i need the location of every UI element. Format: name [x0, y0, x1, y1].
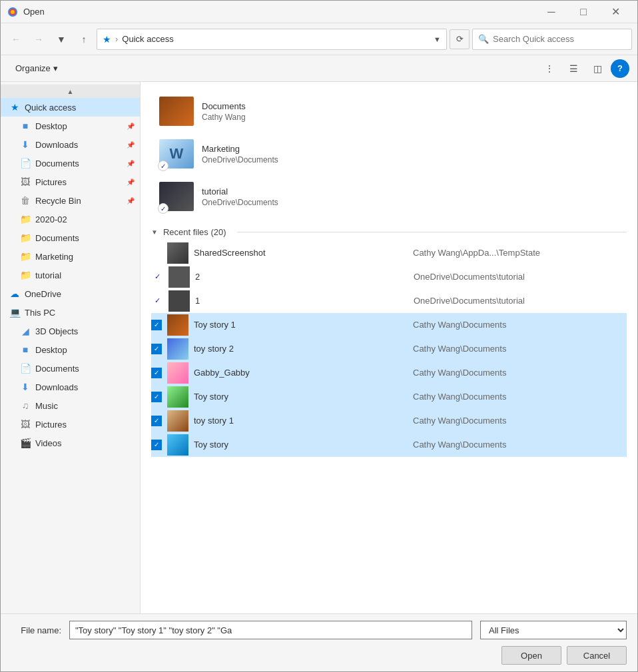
file-row-screenshot[interactable]: SharedScreenshot Cathy Wang\AppDa...\Tem… — [151, 241, 627, 265]
file-row-toy-story-2[interactable]: ✓ toy story 2 Cathy Wang\Documents — [151, 337, 627, 361]
pinned-path: OneDrive\Documents — [202, 155, 278, 165]
refresh-button[interactable]: ⟳ — [450, 29, 470, 49]
file-location: Cathy Wang\Documents — [413, 320, 627, 330]
up-button[interactable]: ↑ — [74, 29, 94, 49]
sidebar-item-label: Quick access — [25, 103, 135, 113]
view-pane-button[interactable]: ◫ — [587, 59, 608, 78]
sidebar-item-pictures[interactable]: 🖼 Pictures 📌 — [1, 172, 140, 191]
sidebar-item-documents[interactable]: 📄 Documents 📌 — [1, 154, 140, 172]
close-button[interactable]: ✕ — [600, 1, 631, 23]
file-row-2[interactable]: ✓ 2 OneDrive\Documents\tutorial — [151, 265, 627, 289]
videos-icon: 🎬 — [19, 437, 31, 449]
file-location: OneDrive\Documents\tutorial — [414, 296, 627, 306]
maximize-button[interactable]: □ — [568, 1, 599, 23]
file-name: Toy story 1 — [194, 320, 408, 330]
action-row: Open Cancel — [11, 646, 627, 665]
pinned-item-tutorial[interactable]: ✓ tutorial OneDrive\Documents — [151, 175, 627, 218]
pin-icon: 📌 — [127, 178, 135, 186]
dropdown-button[interactable]: ▼ — [51, 29, 71, 49]
title-bar: Open ─ □ ✕ — [1, 1, 637, 23]
search-bar[interactable]: 🔍 — [472, 29, 632, 50]
pictures-icon: 🖼 — [19, 418, 31, 430]
file-checkbox[interactable]: ✓ — [151, 344, 162, 354]
sidebar-item-desktop2[interactable]: ■ Desktop — [1, 340, 140, 359]
sidebar-item-label: Documents — [35, 233, 135, 243]
desktop-icon: ■ — [19, 344, 31, 356]
file-name: Gabby_Gabby — [194, 368, 408, 378]
file-thumbnail — [167, 410, 188, 432]
sidebar-item-marketing[interactable]: 📁 Marketing — [1, 247, 140, 266]
file-checkbox[interactable]: ✓ — [151, 368, 162, 378]
sidebar-item-quick-access[interactable]: ★ Quick access — [1, 98, 140, 117]
sidebar-item-3d-objects[interactable]: ◢ 3D Objects — [1, 322, 140, 340]
sidebar-scroll-up[interactable]: ▲ — [1, 85, 140, 98]
sidebar-item-tutorial[interactable]: 📁 tutorial — [1, 266, 140, 284]
filename-row: File name: All Files — [11, 621, 627, 639]
file-checkbox[interactable]: ✓ — [151, 320, 162, 330]
sidebar-item-downloads2[interactable]: ⬇ Downloads — [1, 378, 140, 396]
organize-label: Organize — [15, 63, 51, 73]
file-name: toy story 2 — [194, 344, 408, 354]
back-button[interactable]: ← — [6, 29, 26, 49]
sidebar-item-onedrive[interactable]: ☁ OneDrive — [1, 284, 140, 303]
organize-button[interactable]: Organize ▾ — [9, 59, 65, 78]
navigation-bar: ← → ▼ ↑ ★ › Quick access ▼ ⟳ 🔍 — [1, 23, 637, 55]
cancel-button[interactable]: Cancel — [567, 646, 627, 665]
minimize-button[interactable]: ─ — [536, 1, 567, 23]
sidebar-item-label: Pictures — [35, 177, 121, 187]
view-list-button[interactable]: ☰ — [563, 59, 584, 78]
view-grid-button[interactable]: ⋮ — [539, 59, 560, 78]
folder-thumbnail: W ✓ — [159, 138, 194, 170]
toolbar-right: ⋮ ☰ ◫ ? — [539, 59, 629, 78]
pinned-item-documents[interactable]: Documents Cathy Wang — [151, 90, 627, 133]
file-thumbnail — [167, 362, 188, 384]
sidebar-item-label: 2020-02 — [35, 214, 135, 224]
3d-icon: ◢ — [19, 325, 31, 337]
sidebar-item-documents2[interactable]: 📁 Documents — [1, 228, 140, 247]
sidebar-item-2020-02[interactable]: 📁 2020-02 — [1, 210, 140, 228]
documents-icon: 📄 — [19, 157, 31, 169]
file-row-toy-story-1b[interactable]: ✓ toy story 1 Cathy Wang\Documents — [151, 409, 627, 433]
file-row-toy-story-1[interactable]: ✓ Toy story 1 Cathy Wang\Documents — [151, 313, 627, 337]
sidebar-item-desktop[interactable]: ■ Desktop 📌 — [1, 117, 140, 135]
file-checkbox[interactable]: ✓ — [151, 440, 162, 450]
recent-files-section-header[interactable]: ▼ Recent files (20) — [141, 223, 637, 241]
pinned-item-marketing[interactable]: W ✓ Marketing OneDrive\Documents — [151, 133, 627, 175]
file-row-toy-story-blue[interactable]: ✓ Toy story Cathy Wang\Documents — [151, 433, 627, 457]
sidebar-item-this-pc[interactable]: 💻 This PC — [1, 303, 140, 322]
sidebar-item-documents3[interactable]: 📄 Documents — [1, 359, 140, 378]
sidebar-item-pictures2[interactable]: 🖼 Pictures — [1, 415, 140, 434]
address-dropdown-arrow[interactable]: ▼ — [434, 35, 441, 43]
music-icon: ♫ — [19, 400, 31, 412]
file-row-gabby[interactable]: ✓ Gabby_Gabby Cathy Wang\Documents — [151, 361, 627, 385]
sidebar-item-videos[interactable]: 🎬 Videos — [1, 434, 140, 452]
file-thumbnail — [167, 242, 188, 264]
sidebar-item-downloads[interactable]: ⬇ Downloads 📌 — [1, 135, 140, 154]
pinned-info: tutorial OneDrive\Documents — [202, 186, 278, 207]
filename-input[interactable] — [69, 621, 472, 639]
help-button[interactable]: ? — [611, 59, 629, 78]
file-list: SharedScreenshot Cathy Wang\AppDa...\Tem… — [141, 241, 637, 457]
sidebar-item-recycle-bin[interactable]: 🗑 Recycle Bin 📌 — [1, 191, 140, 210]
file-name: SharedScreenshot — [194, 248, 408, 258]
filetype-select[interactable]: All Files — [480, 621, 627, 639]
file-checkbox[interactable]: ✓ — [151, 416, 162, 426]
pin-icon: 📌 — [127, 197, 135, 204]
sidebar-item-label: Desktop — [35, 345, 135, 355]
open-button[interactable]: Open — [501, 646, 561, 665]
file-checkbox[interactable]: ✓ — [151, 392, 162, 402]
file-row-toy-story-group[interactable]: ✓ Toy story Cathy Wang\Documents — [151, 385, 627, 409]
forward-button[interactable]: → — [29, 29, 49, 49]
file-thumbnail — [167, 434, 188, 456]
folder-icon: 📁 — [19, 250, 31, 262]
sidebar-item-music[interactable]: ♫ Music — [1, 396, 140, 415]
sidebar-item-label: Documents — [35, 159, 121, 168]
file-location: OneDrive\Documents\tutorial — [414, 272, 627, 282]
sidebar-item-label: 3D Objects — [35, 326, 135, 336]
file-thumbnail — [167, 386, 188, 408]
address-bar[interactable]: ★ › Quick access ▼ — [97, 29, 447, 50]
sidebar: ▲ ★ Quick access ■ Desktop 📌 ⬇ Downloads… — [1, 82, 141, 613]
file-row-1[interactable]: ✓ 1 OneDrive\Documents\tutorial — [151, 289, 627, 313]
search-input[interactable] — [493, 34, 626, 44]
sidebar-item-label: Music — [35, 401, 135, 411]
